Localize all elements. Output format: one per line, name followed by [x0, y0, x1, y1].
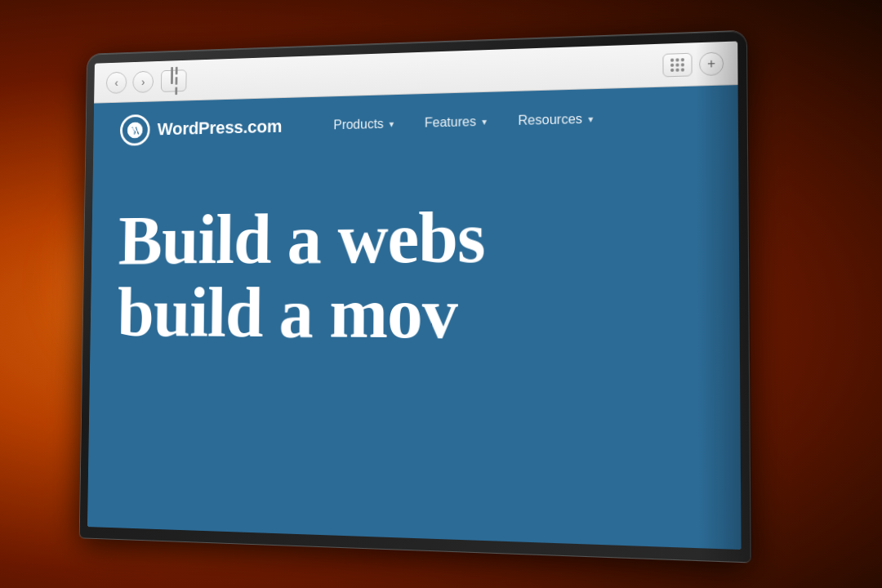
site-title: WordPress.com: [158, 116, 283, 140]
nav-resources-label: Resources: [518, 112, 582, 128]
sidebar-icon: [170, 66, 177, 95]
hero-section: Build a webs build a mov: [87, 146, 742, 550]
device-frame: ‹ › +: [80, 31, 751, 563]
wp-logo-icon: W: [126, 121, 144, 140]
device-screen: ‹ › +: [87, 41, 742, 550]
nav-features-label: Features: [425, 114, 476, 130]
nav-products-label: Products: [333, 117, 384, 132]
wp-logo-circle: W: [120, 114, 150, 146]
wordpress-logo[interactable]: W WordPress.com: [120, 111, 282, 146]
sidebar-toggle-button[interactable]: [161, 69, 187, 92]
forward-icon: ›: [141, 75, 145, 87]
nav-item-products[interactable]: Products ▼: [319, 109, 410, 139]
back-icon: ‹: [114, 76, 118, 88]
chevron-down-icon: ▼: [388, 119, 396, 128]
hero-line-2: build a mov: [117, 274, 457, 354]
new-tab-button[interactable]: +: [699, 51, 724, 76]
hero-line-1: Build a webs: [118, 198, 484, 278]
nav-item-resources[interactable]: Resources ▼: [503, 105, 610, 136]
grid-icon: [670, 58, 684, 72]
svg-text:W: W: [131, 126, 140, 135]
nav-item-features[interactable]: Features ▼: [410, 107, 503, 137]
hero-title: Build a webs build a mov: [117, 197, 708, 354]
tab-overview-button[interactable]: [662, 52, 692, 77]
back-button[interactable]: ‹: [106, 71, 127, 93]
forward-button[interactable]: ›: [132, 70, 154, 92]
plus-icon: +: [707, 56, 715, 71]
website-content: W WordPress.com Products ▼ Features ▼ Re…: [87, 85, 742, 550]
chevron-down-icon: ▼: [586, 114, 595, 123]
chevron-down-icon: ▼: [480, 117, 488, 126]
